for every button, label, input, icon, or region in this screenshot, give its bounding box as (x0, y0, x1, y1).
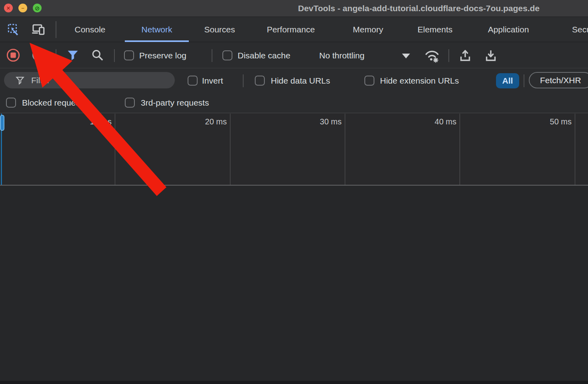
tab-label: Application (488, 25, 529, 34)
all-chip-text: All (502, 76, 513, 86)
tab-console[interactable]: Console (65, 17, 115, 42)
toggle-device-toolbar-button[interactable] (30, 21, 47, 38)
network-overview-timeline[interactable]: 10 ms 20 ms 30 ms 40 ms 50 ms (0, 114, 588, 186)
tab-label: Performance (267, 25, 315, 34)
record-network-log-button[interactable] (5, 47, 21, 63)
funnel-icon (15, 76, 25, 85)
network-requests-panel: Recordi Perform a request (0, 186, 588, 381)
timeline-tick-20ms: 20 ms (190, 117, 227, 126)
tab-label: Elements (418, 25, 453, 34)
timeline-gridline (575, 114, 575, 185)
export-har-icon (484, 49, 498, 62)
toolbar-separator (56, 49, 56, 62)
hide-extension-urls-label: Hide extension URLs (380, 76, 459, 86)
tab-label: Memory (353, 25, 383, 34)
search-button[interactable] (90, 48, 105, 62)
search-icon (91, 49, 104, 62)
clear-icon (32, 49, 44, 62)
zoom-disabled-icon: ⊘ (35, 5, 40, 11)
throttling-dropdown-button[interactable] (402, 54, 410, 58)
devtools-tabbar: Console Network Sources Performance Memo… (0, 17, 588, 42)
inspect-icon (8, 24, 20, 36)
hide-extension-urls-text: Hide extension URLs (380, 76, 459, 86)
network-conditions-icon (424, 48, 440, 63)
filter-toggle-button[interactable] (66, 48, 80, 62)
overview-drag-handle[interactable] (0, 115, 4, 131)
tab-sources[interactable]: Sources (194, 17, 245, 42)
tab-performance[interactable]: Performance (253, 17, 329, 42)
close-icon: ✕ (6, 6, 11, 11)
invert-text: Invert (202, 76, 223, 86)
clear-network-log-button[interactable] (31, 48, 45, 62)
disable-cache-checkbox[interactable] (222, 50, 232, 60)
throttling-value: No throttling (319, 51, 364, 60)
tab-application[interactable]: Application (472, 17, 545, 42)
tab-label: Network (141, 25, 172, 34)
third-party-requests-checkbox[interactable] (125, 98, 135, 108)
timeline-gridline (460, 114, 460, 185)
window-title: DevTools - angela-add-tutorial.cloudflar… (298, 0, 540, 17)
filter-separator (243, 74, 244, 87)
disable-cache-label: Disable cache (238, 51, 290, 60)
filter-input-container (4, 72, 175, 88)
tab-network[interactable]: Network (125, 17, 189, 42)
bottom-strip (0, 381, 588, 384)
tab-label: Sources (204, 25, 235, 34)
filter-separator (524, 74, 524, 87)
toolbar-separator (114, 49, 115, 62)
record-stop-icon (6, 48, 20, 62)
blocked-requests-checkbox[interactable] (6, 98, 16, 108)
inspect-element-button[interactable] (5, 21, 22, 38)
chevron-down-icon (402, 54, 410, 58)
traffic-lights: ✕ − ⊘ (4, 4, 42, 12)
minimize-window-button[interactable]: − (18, 4, 27, 12)
close-window-button[interactable]: ✕ (4, 4, 13, 12)
zoom-window-button[interactable]: ⊘ (33, 4, 42, 12)
third-party-requests-label: 3rd-party requests (141, 98, 209, 108)
timeline-gridline (345, 114, 345, 185)
timeline-tick-10ms: 10 ms (75, 117, 112, 126)
toolbar-separator (448, 49, 449, 62)
preserve-log-checkbox[interactable] (124, 50, 134, 60)
timeline-tick-40ms: 40 ms (420, 117, 456, 126)
timeline-gridline (230, 114, 230, 185)
timeline-tick-50ms: 50 ms (535, 117, 572, 126)
filter-chip-fetch-xhr[interactable]: Fetch/XHR (529, 72, 588, 88)
third-party-requests-text: 3rd-party requests (141, 98, 209, 108)
disable-cache-text: Disable cache (238, 51, 290, 60)
import-har-icon (458, 49, 472, 62)
blocked-requests-label: Blocked requests (22, 98, 86, 108)
export-har-button[interactable] (483, 48, 498, 63)
network-conditions-button[interactable] (423, 48, 441, 64)
throttling-select[interactable]: No throttling (319, 51, 364, 60)
tab-label: Console (74, 25, 105, 34)
preserve-log-label: Preserve log (139, 51, 186, 60)
tab-security[interactable]: Security (555, 17, 588, 42)
toolbar-separator (212, 49, 212, 62)
filter-input[interactable] (30, 75, 150, 86)
request-filters-row: Blocked requests 3rd-party requests (0, 93, 588, 113)
timeline-tick-30ms: 30 ms (305, 117, 342, 126)
hide-extension-urls-checkbox[interactable] (364, 76, 374, 86)
fetch-xhr-chip-text: Fetch/XHR (540, 76, 581, 85)
hide-data-urls-text: Hide data URLs (271, 76, 330, 86)
tabbar-separator (56, 21, 56, 38)
tab-label: Security (572, 25, 588, 34)
tab-elements[interactable]: Elements (404, 17, 466, 42)
devtools-window: ✕ − ⊘ DevTools - angela-add-tutorial.clo… (0, 0, 588, 384)
import-har-button[interactable] (458, 48, 473, 63)
blocked-requests-text: Blocked requests (22, 98, 86, 108)
filter-funnel-icon (67, 49, 79, 61)
network-filter-row: Invert Hide data URLs Hide extension URL… (0, 69, 588, 93)
filter-chip-all[interactable]: All (496, 73, 519, 88)
hide-data-urls-label: Hide data URLs (271, 76, 330, 86)
minimize-icon: − (21, 6, 24, 11)
invert-checkbox[interactable] (188, 76, 198, 86)
tab-memory[interactable]: Memory (339, 17, 397, 42)
invert-label: Invert (202, 76, 223, 86)
preserve-log-text: Preserve log (139, 51, 186, 60)
timeline-gridline (115, 114, 115, 185)
device-toolbar-icon (32, 24, 45, 36)
hide-data-urls-checkbox[interactable] (255, 76, 265, 86)
titlebar: ✕ − ⊘ DevTools - angela-add-tutorial.clo… (0, 0, 588, 17)
